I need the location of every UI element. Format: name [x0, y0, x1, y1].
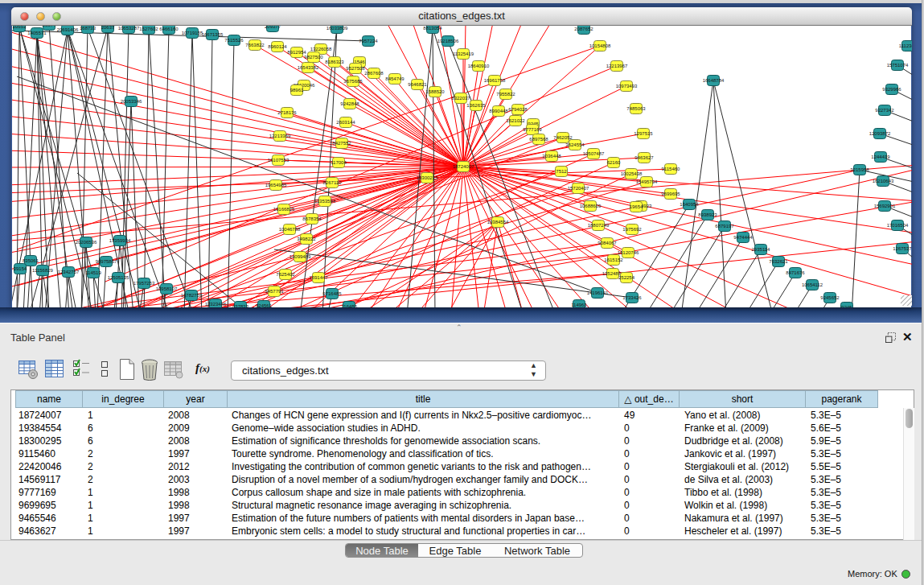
- svg-text:7515526: 7515526: [224, 38, 244, 43]
- svg-text:19384554: 19384554: [487, 220, 509, 225]
- svg-text:9242848: 9242848: [340, 101, 359, 106]
- svg-text:18807249: 18807249: [588, 223, 610, 228]
- svg-text:2087652: 2087652: [574, 27, 593, 31]
- svg-text:1615152: 1615152: [604, 257, 623, 262]
- svg-text:16671355: 16671355: [202, 32, 224, 37]
- svg-text:7625402: 7625402: [276, 272, 295, 277]
- svg-text:16210643: 16210643: [873, 179, 894, 183]
- svg-text:16648784: 16648784: [703, 78, 725, 83]
- svg-text:6466160: 6466160: [159, 27, 179, 31]
- svg-text:16033809: 16033809: [326, 26, 348, 31]
- svg-text:62160: 62160: [607, 160, 621, 165]
- svg-text:9245: 9245: [841, 305, 852, 307]
- svg-text:15692901: 15692901: [874, 204, 896, 208]
- svg-text:1244419: 1244419: [871, 154, 890, 159]
- svg-text:6794028: 6794028: [508, 107, 528, 112]
- svg-text:20691406: 20691406: [57, 27, 79, 32]
- svg-text:7512: 7512: [556, 169, 567, 174]
- svg-text:3675685: 3675685: [343, 79, 363, 84]
- svg-text:16120746: 16120746: [618, 250, 639, 255]
- svg-text:98961: 98961: [290, 88, 304, 93]
- svg-text:18640910: 18640910: [468, 64, 490, 68]
- svg-text:1267537: 1267537: [893, 246, 912, 251]
- svg-text:3215958: 3215958: [850, 167, 869, 172]
- svg-text:11325419: 11325419: [453, 51, 474, 56]
- svg-text:10154808: 10154808: [589, 43, 611, 48]
- svg-text:12505135: 12505135: [108, 275, 129, 280]
- svg-text:12213369: 12213369: [269, 134, 291, 138]
- svg-text:9084067: 9084067: [598, 241, 617, 245]
- svg-text:9646821: 9646821: [408, 82, 427, 87]
- svg-text:6897568: 6897568: [529, 137, 548, 142]
- svg-text:10688609: 10688609: [580, 204, 602, 208]
- svg-text:637833: 637833: [232, 304, 249, 307]
- svg-text:2036448: 2036448: [542, 154, 561, 159]
- svg-text:10025438: 10025438: [621, 171, 643, 176]
- svg-text:9227342: 9227342: [875, 108, 894, 113]
- svg-text:1691447: 1691447: [309, 275, 328, 280]
- svg-text:15495794: 15495794: [636, 179, 658, 184]
- svg-text:9245652: 9245652: [820, 295, 840, 300]
- svg-text:90975867: 90975867: [96, 259, 117, 264]
- svg-text:9777169: 9777169: [523, 127, 542, 132]
- svg-text:6879197: 6879197: [715, 224, 734, 229]
- svg-text:1640954: 1640954: [680, 202, 699, 207]
- svg-text:9699695: 9699695: [661, 192, 680, 196]
- svg-text:9463627: 9463627: [634, 155, 654, 160]
- svg-text:10973493: 10973493: [616, 84, 638, 89]
- svg-text:209377: 209377: [265, 26, 281, 29]
- svg-text:3624554: 3624554: [565, 142, 585, 147]
- svg-text:20053346: 20053346: [121, 99, 142, 104]
- svg-text:8322037: 8322037: [451, 96, 470, 101]
- svg-text:20206536: 20206536: [76, 240, 97, 245]
- svg-text:8960124: 8960124: [268, 44, 287, 49]
- svg-text:1362635: 1362635: [466, 103, 486, 108]
- svg-text:2603144: 2603144: [336, 120, 355, 125]
- svg-text:9716485: 9716485: [322, 291, 342, 296]
- svg-text:114519: 114519: [85, 270, 101, 275]
- svg-text:8186323: 8186323: [325, 60, 344, 64]
- svg-text:14196141: 14196141: [587, 290, 609, 295]
- svg-text:9527508: 9527508: [346, 66, 365, 71]
- svg-text:19300215: 19300215: [417, 175, 438, 180]
- svg-text:8990448: 8990448: [489, 109, 508, 113]
- svg-text:168733: 168733: [80, 26, 97, 31]
- svg-text:12093872: 12093872: [869, 131, 891, 136]
- svg-text:13226058: 13226058: [310, 47, 332, 51]
- svg-text:16961758: 16961758: [484, 78, 506, 83]
- svg-text:8938923: 8938923: [698, 212, 717, 217]
- svg-text:9474444: 9474444: [733, 235, 753, 240]
- svg-text:252254: 252254: [618, 275, 635, 280]
- svg-text:19166825: 19166825: [273, 207, 295, 212]
- svg-text:15751074: 15751074: [887, 63, 909, 68]
- svg-text:835061: 835061: [23, 258, 39, 263]
- svg-text:19218506: 19218506: [437, 39, 459, 43]
- svg-text:114961: 114961: [571, 303, 587, 307]
- svg-text:1621022: 1621022: [506, 118, 525, 123]
- svg-text:12342757: 12342757: [58, 270, 80, 274]
- svg-text:1405571: 1405571: [27, 31, 47, 35]
- svg-text:117004: 117004: [331, 160, 347, 165]
- svg-text:716485: 716485: [341, 304, 358, 307]
- svg-text:16107553: 16107553: [268, 158, 290, 163]
- svg-text:924561: 924561: [256, 303, 273, 307]
- svg-text:1297515: 1297515: [634, 131, 653, 136]
- svg-text:7462052: 7462052: [553, 135, 573, 140]
- svg-text:17016504: 17016504: [887, 223, 909, 228]
- svg-text:10507487: 10507487: [583, 151, 605, 156]
- svg-text:9115460: 9115460: [662, 167, 681, 171]
- svg-text:10719155: 10719155: [182, 31, 203, 35]
- svg-text:7632621: 7632621: [769, 259, 788, 264]
- svg-text:17359934: 17359934: [109, 238, 131, 243]
- svg-text:14099489: 14099489: [290, 254, 311, 259]
- svg-text:7485063: 7485063: [626, 106, 646, 111]
- svg-text:15720407: 15720407: [568, 186, 589, 191]
- svg-text:2718176: 2718176: [277, 110, 297, 115]
- svg-text:11353594: 11353594: [314, 199, 336, 204]
- svg-text:8267110: 8267110: [323, 180, 343, 185]
- svg-text:20637: 20637: [101, 26, 115, 30]
- svg-text:7957224: 7957224: [359, 39, 378, 43]
- svg-text:16543382: 16543382: [298, 65, 319, 70]
- svg-text:1588520: 1588520: [425, 89, 445, 94]
- svg-text:8427552: 8427552: [332, 141, 351, 146]
